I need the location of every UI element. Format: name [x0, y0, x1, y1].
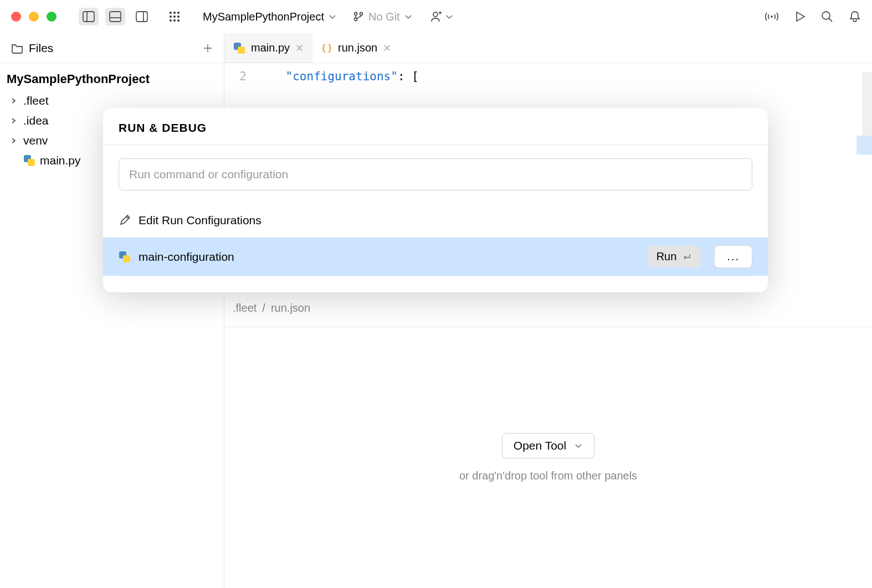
project-name: MySamplePythonProject	[203, 11, 324, 23]
breadcrumb-segment[interactable]: .fleet	[233, 302, 257, 314]
chevron-right-icon[interactable]	[9, 96, 19, 106]
edit-run-configurations[interactable]: Edit Run Configurations	[103, 202, 768, 237]
run-configuration-item[interactable]: main-configuration Run ...	[103, 238, 768, 276]
left-panel-toggle[interactable]	[79, 8, 99, 25]
close-tab-icon[interactable]: ✕	[295, 42, 304, 54]
run-command-input[interactable]	[119, 158, 752, 190]
close-tab-icon[interactable]: ✕	[383, 42, 391, 54]
svg-point-12	[170, 19, 172, 22]
svg-rect-0	[83, 12, 94, 22]
add-user-button[interactable]	[429, 11, 453, 23]
svg-point-15	[354, 13, 357, 16]
svg-point-9	[170, 16, 172, 18]
run-button-label: Run	[656, 250, 677, 263]
popup-footer	[119, 276, 752, 292]
titlebar-right	[765, 10, 861, 23]
run-debug-body	[103, 145, 768, 202]
run-debug-popup: RUN & DEBUG Edit Run Configurations main…	[103, 108, 768, 292]
svg-point-20	[822, 12, 830, 19]
svg-point-14	[177, 19, 179, 22]
bottom-panel: Open Tool or drag'n'drop tool from other…	[224, 327, 872, 588]
panel-bottom-icon	[109, 11, 121, 22]
svg-point-16	[360, 13, 362, 16]
project-root-name[interactable]: MySamplePythonProject	[0, 63, 224, 91]
breadcrumb-segment[interactable]: run.json	[271, 302, 310, 314]
git-branch-icon	[353, 11, 364, 22]
apps-grid-icon[interactable]	[168, 11, 181, 23]
chevron-right-icon[interactable]	[9, 116, 19, 126]
chevron-down-icon	[404, 13, 412, 20]
bottom-panel-toggle[interactable]	[105, 8, 125, 25]
git-label: No Git	[368, 11, 400, 23]
chevron-right-icon[interactable]	[9, 136, 19, 146]
close-window-icon[interactable]	[11, 12, 21, 22]
tree-spacer	[9, 156, 19, 166]
sidebar-tab-label: Files	[29, 42, 53, 55]
folder-icon	[11, 43, 23, 54]
editor-tab[interactable]: main.py ✕	[224, 33, 312, 63]
add-tab-button[interactable]	[199, 40, 216, 56]
open-tool-button[interactable]: Open Tool	[502, 433, 594, 458]
editor-tab[interactable]: run.json ✕	[312, 33, 400, 63]
breadcrumb-separator: /	[262, 302, 265, 314]
add-user-icon	[429, 11, 442, 23]
json-file-icon	[321, 43, 332, 54]
svg-point-10	[173, 16, 176, 18]
maximize-window-icon[interactable]	[47, 12, 57, 22]
config-name: main-configuration	[139, 250, 234, 264]
panel-left-icon	[83, 11, 95, 22]
code-text: "configurations": [	[258, 70, 419, 83]
minimap-highlight	[856, 136, 872, 154]
svg-point-6	[170, 12, 172, 14]
panel-toggle-group	[79, 8, 152, 25]
search-icon[interactable]	[821, 11, 833, 23]
git-selector[interactable]: No Git	[353, 11, 412, 23]
enter-key-icon	[682, 252, 692, 261]
svg-point-7	[173, 12, 176, 14]
editor-tabs: main.py ✕ run.json ✕	[224, 33, 872, 63]
svg-point-11	[177, 16, 179, 18]
code-editor[interactable]: 2 "configurations": [	[224, 63, 872, 90]
svg-point-8	[177, 12, 179, 14]
more-button[interactable]: ...	[714, 245, 752, 268]
svg-line-21	[829, 18, 832, 22]
right-panel-toggle[interactable]	[132, 8, 152, 25]
pencil-icon	[119, 214, 131, 226]
more-label: ...	[727, 250, 740, 262]
python-file-icon	[119, 251, 131, 263]
run-icon[interactable]	[794, 11, 806, 23]
tree-item-label: .idea	[23, 114, 49, 127]
tree-item-label: .fleet	[23, 94, 49, 107]
sidebar-tabs: Files	[0, 33, 224, 63]
panel-right-icon	[136, 11, 148, 22]
tab-label: main.py	[251, 42, 290, 54]
svg-point-18	[433, 12, 438, 17]
edit-configs-label: Edit Run Configurations	[139, 214, 261, 227]
open-tool-label: Open Tool	[514, 439, 566, 452]
plus-icon	[203, 43, 213, 53]
python-file-icon	[23, 154, 35, 167]
line-number: 2	[224, 70, 258, 83]
bottom-hint: or drag'n'drop tool from other panels	[459, 470, 637, 482]
svg-rect-4	[136, 12, 147, 22]
chevron-down-icon	[329, 13, 336, 20]
breadcrumb[interactable]: .fleet / run.json	[233, 302, 310, 314]
broadcast-icon[interactable]	[765, 11, 779, 23]
python-file-icon	[233, 42, 245, 54]
chevron-down-icon	[574, 441, 583, 450]
svg-rect-2	[110, 12, 121, 22]
tab-label: run.json	[338, 42, 377, 54]
svg-point-13	[173, 19, 176, 22]
project-selector[interactable]: MySamplePythonProject	[203, 11, 336, 23]
titlebar: MySamplePythonProject No Git	[0, 0, 872, 33]
run-button[interactable]: Run	[648, 246, 701, 267]
window-controls	[11, 12, 57, 22]
notifications-icon[interactable]	[849, 10, 861, 23]
chevron-down-icon	[445, 13, 453, 20]
svg-point-19	[771, 16, 773, 18]
minimize-window-icon[interactable]	[29, 12, 39, 22]
sidebar-tab-files[interactable]: Files	[8, 40, 57, 56]
tree-item-label: venv	[23, 134, 48, 147]
code-line: 2 "configurations": [	[224, 68, 872, 85]
run-debug-title: RUN & DEBUG	[103, 108, 768, 145]
